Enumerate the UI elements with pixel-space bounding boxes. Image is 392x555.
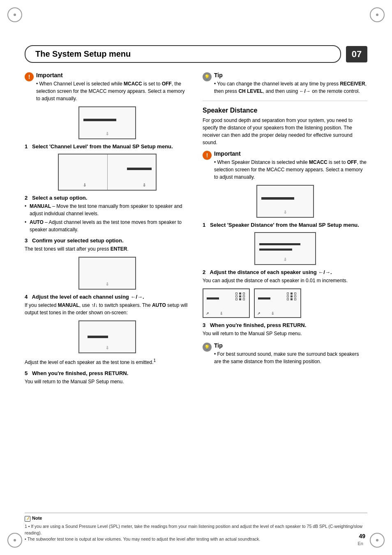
screen-r1-wrap: ⇩ xyxy=(203,185,367,218)
important-box-2: ! Important • When Speaker Distance is s… xyxy=(203,150,367,181)
corner-decoration-br xyxy=(370,533,385,548)
grid-dots-l xyxy=(235,292,246,300)
step3-label: 3 Confirm your selected setup option. xyxy=(25,237,189,244)
chapter-number: 07 xyxy=(346,46,367,62)
screen-r1-arrow: ⇩ xyxy=(284,210,287,214)
important-icon-1: ! xyxy=(25,72,34,81)
screen-pair-left: ↗ ⇩ xyxy=(203,288,250,318)
screen-pair-right: ↗ ⇩ xyxy=(254,288,301,318)
step5-text: You will return to the Manual SP Setup m… xyxy=(25,378,189,385)
step-r2-label: 2 Adjust the distance of each speaker us… xyxy=(203,269,367,275)
step4-label: 4 Adjust the level of each channel using… xyxy=(25,294,189,300)
tip-box-2: 💡 Tip • For best surround sound, make su… xyxy=(203,342,367,365)
tip-content-1: Tip • You can change the channel levels … xyxy=(214,72,367,95)
tip-text-2: • For best surround sound, make sure the… xyxy=(214,350,367,365)
screen-2-arrow-l: ⇩ xyxy=(83,183,86,187)
note-icon: 📝 xyxy=(25,516,30,522)
note-line-1: 1 • If you are using a Sound Pressure Le… xyxy=(25,523,367,537)
step-r3-label: 3 When you're finished, press RETURN. xyxy=(203,322,367,328)
step3-text: The test tones will start after you pres… xyxy=(25,245,189,253)
important-content-2: Important • When Speaker Distance is sel… xyxy=(214,150,367,181)
note-label: Note xyxy=(32,516,42,520)
step-r1-label: 1 Select 'Speaker Distance' from the Man… xyxy=(203,222,367,228)
step2-bullet-2: AUTO – Adjust channel levels as the test… xyxy=(25,219,189,233)
step2-bullet-1: MANUAL – Move the test tone manually fro… xyxy=(25,203,189,217)
step2-list: MANUAL – Move the test tone manually fro… xyxy=(25,203,189,233)
page-header: The System Setup menu 07 xyxy=(25,45,367,63)
important-text-1: • When Channel Level is selected while M… xyxy=(36,80,189,102)
screen-arrow-1: ⇩ xyxy=(106,131,109,136)
left-column: ! Important • When Channel Level is sele… xyxy=(25,72,189,387)
note-section: 📝 Note 1 • If you are using a Sound Pres… xyxy=(25,513,367,543)
pair-r-bar xyxy=(258,297,270,299)
page-number: 49 xyxy=(359,533,365,539)
screen-2-wrap: ⇩ ⇩ xyxy=(25,154,189,191)
pair-l-arrow2: ⇩ xyxy=(220,311,223,315)
screen-r2: ⇩ xyxy=(254,232,316,265)
corner-decoration-tl xyxy=(7,7,22,22)
screen-1-wrap: ⇩ xyxy=(25,106,189,139)
speaker-distance-title: Speaker Distance xyxy=(203,107,367,114)
screen-r1-bar xyxy=(261,197,294,200)
important-box-1: ! Important • When Channel Level is sele… xyxy=(25,72,189,102)
tip-icon-2: 💡 xyxy=(203,343,212,352)
screen-r2-wrap: ⇩ xyxy=(203,232,367,265)
screen-2: ⇩ ⇩ xyxy=(58,154,157,191)
screen-2-divider xyxy=(107,154,108,190)
step5-label: 5 When you're finished, press RETURN. xyxy=(25,370,189,376)
step1-label: 1 Select 'Channel Level' from the Manual… xyxy=(25,143,189,150)
important-content-1: Important • When Channel Level is select… xyxy=(36,72,189,102)
page-content: ! Important • When Channel Level is sele… xyxy=(25,72,367,530)
screen-1: ⇩ xyxy=(78,106,136,139)
tip-label-1: Tip xyxy=(214,72,367,78)
step-r3-text: You will return to the Manual SP Setup m… xyxy=(203,330,367,337)
screen-3-arrow: ⇩ xyxy=(106,282,109,286)
screen-4-arrow: ⇩ xyxy=(106,345,109,350)
important-label-2: Important xyxy=(214,150,367,157)
important-label-1: Important xyxy=(36,72,189,78)
corner-decoration-bl xyxy=(7,533,22,548)
screen-4: ⇩ xyxy=(78,320,136,353)
pair-r-arrow2: ⇩ xyxy=(271,311,274,315)
screen-3-wrap: ⇩ xyxy=(25,257,189,290)
screen-2-arrow-r: ⇩ xyxy=(143,183,146,187)
tip-text-1: • You can change the channel levels at a… xyxy=(214,80,367,95)
pair-l-bar xyxy=(207,297,219,299)
screen-4-wrap: ⇩ xyxy=(25,320,189,353)
note-header: 📝 Note xyxy=(25,516,367,522)
tip-label-2: Tip xyxy=(214,342,367,349)
screen-pair-1: ↗ ⇩ ↗ xyxy=(203,288,367,318)
tip-box-1: 💡 Tip • You can change the channel level… xyxy=(203,72,367,95)
pair-l-arrow: ↗ xyxy=(206,311,209,315)
screen-r1: ⇩ xyxy=(256,185,314,218)
section-divider-1 xyxy=(203,101,367,101)
step-r2-text: You can adjust the distance of each spea… xyxy=(203,277,367,284)
two-column-layout: ! Important • When Channel Level is sele… xyxy=(25,72,367,387)
screen-r2-bar1 xyxy=(259,243,300,245)
tip-icon-1: 💡 xyxy=(203,72,212,81)
step4-note: Adjust the level of each speaker as the … xyxy=(25,357,189,366)
tip-content-2: Tip • For best surround sound, make sure… xyxy=(214,342,367,365)
screen-r2-bar2 xyxy=(259,249,292,251)
important-text-2: • When Speaker Distance is selected whil… xyxy=(214,159,367,181)
important-icon-2: ! xyxy=(203,151,212,160)
step4-text: If you selected MANUAL, use ↑/↓ to switc… xyxy=(25,302,189,316)
page-lang: En xyxy=(358,541,363,546)
corner-decoration-tr xyxy=(370,7,385,22)
pair-r-arrow: ↗ xyxy=(257,311,261,315)
grid-dots-r xyxy=(287,292,297,300)
speaker-distance-text: For good sound depth and separation from… xyxy=(203,117,367,146)
page-title: The System Setup menu xyxy=(25,45,341,63)
screen-bar-1 xyxy=(83,119,116,121)
screen-3: ⇩ xyxy=(78,257,136,290)
screen-4-bar xyxy=(88,336,108,338)
screen-r2-arrow: ⇩ xyxy=(284,257,287,262)
note-line-2: • The subwoofer test tone is output at l… xyxy=(25,536,367,543)
screen-2-bar xyxy=(127,168,152,170)
right-column: 💡 Tip • You can change the channel level… xyxy=(203,72,367,387)
step2-label: 2 Select a setup option. xyxy=(25,195,189,201)
